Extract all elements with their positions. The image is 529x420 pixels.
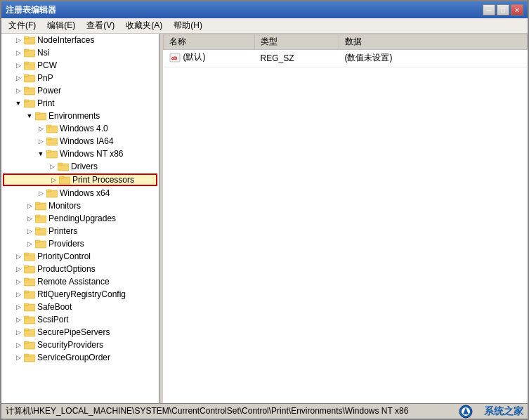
- tree-item-power[interactable]: ▷ Power: [1, 84, 159, 97]
- col-header-name[interactable]: 名称: [164, 34, 255, 50]
- folder-icon-scsiport: [24, 315, 35, 324]
- table-row[interactable]: ab (默认) REG_SZ (数值未设置): [164, 50, 528, 67]
- label-windowsx64: Windows x64: [60, 188, 110, 198]
- label-pcw: PCW: [37, 60, 57, 70]
- menu-view[interactable]: 查看(V): [82, 18, 119, 33]
- logo-badge: 系统之家: [459, 405, 523, 419]
- expander-securepipeservers[interactable]: ▷: [13, 327, 24, 338]
- tree-item-prioritycontrol[interactable]: ▷ PriorityControl: [1, 250, 159, 263]
- expander-remoteassistance[interactable]: ▷: [13, 276, 24, 287]
- expander-providers[interactable]: ▷: [24, 238, 35, 249]
- folder-icon-monitors: [35, 201, 46, 211]
- tree-item-print[interactable]: ▼ Print: [1, 97, 159, 110]
- svg-rect-5: [24, 62, 29, 64]
- folder-icon-windows40: [46, 124, 58, 133]
- menu-file[interactable]: 文件(F): [4, 18, 40, 33]
- status-path: 计算机\HKEY_LOCAL_MACHINE\SYSTEM\CurrentCon…: [6, 405, 453, 417]
- label-nodeinterfaces: NodeInterfaces: [37, 35, 94, 45]
- folder-icon-remoteassistance: [24, 277, 35, 287]
- folder-icon-drivers: [58, 162, 69, 171]
- tree-item-windowsx64[interactable]: ▷ Windows x64: [1, 187, 159, 199]
- close-button[interactable]: ✕: [511, 4, 523, 15]
- svg-rect-45: [24, 316, 29, 318]
- tree-item-providers[interactable]: ▷ Providers: [1, 237, 159, 250]
- expander-environments[interactable]: ▼: [24, 110, 35, 122]
- folder-icon-safeboot: [24, 302, 35, 312]
- menu-edit[interactable]: 编辑(E): [43, 18, 79, 33]
- minimize-button[interactable]: ─: [483, 4, 495, 15]
- tree-item-pendingupgrades[interactable]: ▷ PendingUpgrades: [1, 212, 159, 225]
- label-power: Power: [37, 86, 61, 96]
- expander-windows40[interactable]: ▷: [35, 123, 46, 134]
- expander-scsiport[interactable]: ▷: [13, 314, 24, 325]
- expander-monitors[interactable]: ▷: [24, 200, 35, 211]
- tree-item-securepipeservers[interactable]: ▷ SecurePipeServers: [1, 326, 159, 339]
- tree-item-windowsntx86[interactable]: ▼ Windows NT x86: [1, 147, 159, 160]
- tree-item-windows40[interactable]: ▷ Windows 4.0: [1, 122, 159, 135]
- expander-windowsia64[interactable]: ▷: [35, 136, 46, 147]
- tree-item-scsiport[interactable]: ▷ ScsiPort: [1, 313, 159, 326]
- tree-item-securityproviders[interactable]: ▷ SecurityProviders: [1, 339, 159, 351]
- label-scsiport: ScsiPort: [37, 315, 69, 324]
- folder-icon-printprocessors: [59, 175, 70, 185]
- tree-item-pcw[interactable]: ▷ PCW: [1, 59, 159, 72]
- cell-name: ab (默认): [164, 50, 255, 67]
- registry-tree[interactable]: ▷ NodeInterfaces ▷ Nsi ▷: [1, 34, 159, 403]
- svg-rect-47: [24, 329, 29, 331]
- tree-item-pnp[interactable]: ▷ PnP: [1, 72, 159, 84]
- expander-nodeinterfaces[interactable]: ▷: [13, 34, 24, 46]
- svg-rect-33: [35, 240, 40, 242]
- tree-item-productoptions[interactable]: ▷ ProductOptions: [1, 263, 159, 275]
- tree-item-servicegrouporder[interactable]: ▷ ServiceGroupOrder: [1, 351, 159, 364]
- expander-pnp[interactable]: ▷: [13, 72, 24, 84]
- tree-item-rtlqueryregistryconfig[interactable]: ▷ RtlQueryRegistryConfig: [1, 288, 159, 301]
- expander-securityproviders[interactable]: ▷: [13, 339, 24, 350]
- col-header-data[interactable]: 数据: [339, 34, 528, 50]
- menu-help[interactable]: 帮助(H): [169, 18, 207, 33]
- tree-item-printers[interactable]: ▷ Printers: [1, 225, 159, 237]
- expander-printprocessors[interactable]: ▷: [48, 174, 59, 185]
- folder-icon-rtlqueryregistryconfig: [24, 289, 35, 299]
- svg-rect-29: [35, 215, 40, 217]
- expander-rtlqueryregistryconfig[interactable]: ▷: [13, 289, 24, 300]
- expander-nsi[interactable]: ▷: [13, 47, 24, 58]
- folder-icon-productoptions: [24, 264, 35, 274]
- svg-rect-31: [35, 228, 40, 230]
- col-header-type[interactable]: 类型: [255, 34, 339, 50]
- main-content: ▷ NodeInterfaces ▷ Nsi ▷: [1, 34, 528, 403]
- expander-printers[interactable]: ▷: [24, 225, 35, 237]
- tree-item-drivers[interactable]: ▷ Drivers: [1, 160, 159, 173]
- maximize-button[interactable]: □: [497, 4, 509, 15]
- expander-power[interactable]: ▷: [13, 85, 24, 96]
- label-securityproviders: SecurityProviders: [37, 340, 103, 350]
- expander-pcw[interactable]: ▷: [13, 60, 24, 71]
- expander-drivers[interactable]: ▷: [46, 161, 58, 172]
- svg-rect-17: [46, 138, 51, 140]
- tree-item-nodeinterfaces[interactable]: ▷ NodeInterfaces: [1, 34, 159, 46]
- expander-servicegrouporder[interactable]: ▷: [13, 352, 24, 363]
- folder-icon-pcw: [24, 60, 35, 70]
- tree-item-windowsia64[interactable]: ▷ Windows IA64: [1, 135, 159, 147]
- expander-pendingupgrades[interactable]: ▷: [24, 213, 35, 224]
- tree-item-printprocessors[interactable]: ▷ Print Processors: [3, 173, 157, 186]
- expander-windowsntx86[interactable]: ▼: [35, 148, 46, 159]
- svg-text:ab: ab: [171, 55, 177, 60]
- expander-print[interactable]: ▼: [13, 98, 24, 109]
- tree-item-nsi[interactable]: ▷ Nsi: [1, 46, 159, 59]
- expander-prioritycontrol[interactable]: ▷: [13, 251, 24, 262]
- tree-item-environments[interactable]: ▼ Environments: [1, 110, 159, 122]
- label-securepipeservers: SecurePipeServers: [37, 327, 110, 337]
- expander-safeboot[interactable]: ▷: [13, 301, 24, 313]
- tree-item-safeboot[interactable]: ▷ SafeBoot: [1, 301, 159, 313]
- label-nsi: Nsi: [37, 48, 49, 58]
- label-printers: Printers: [48, 226, 77, 236]
- expander-windowsx64[interactable]: ▷: [35, 188, 46, 199]
- tree-item-remoteassistance[interactable]: ▷ Remote Assistance: [1, 275, 159, 288]
- tree-item-monitors[interactable]: ▷ Monitors: [1, 199, 159, 212]
- menu-favorites[interactable]: 收藏夹(A): [122, 18, 166, 33]
- svg-rect-27: [35, 202, 40, 204]
- svg-rect-39: [24, 278, 29, 280]
- cell-type: REG_SZ: [255, 50, 339, 67]
- expander-productoptions[interactable]: ▷: [13, 263, 24, 275]
- svg-rect-43: [24, 303, 29, 306]
